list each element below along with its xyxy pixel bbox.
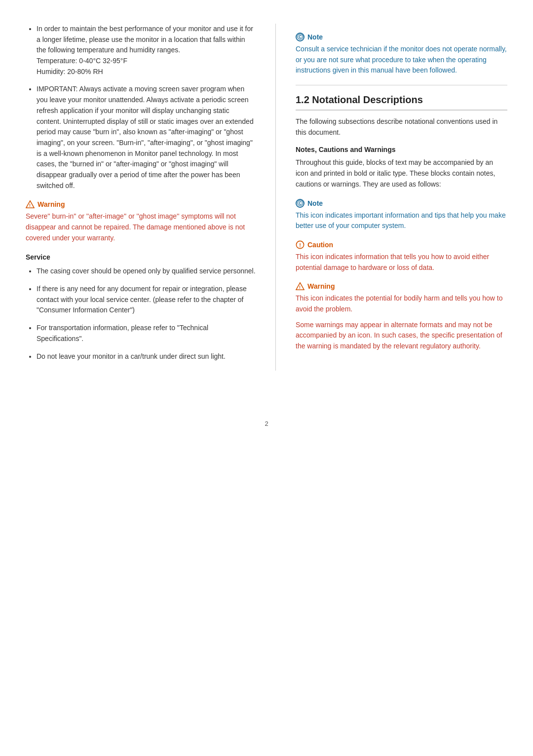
right-note-header-2: Ⓒ Note — [296, 199, 507, 208]
right-column: Ⓒ Note Consult a service technician if t… — [275, 24, 507, 371]
service-bullet-list: The casing cover should be opened only b… — [26, 266, 256, 362]
section-divider — [296, 85, 507, 85]
section-title: 1.2 Notational Descriptions — [296, 94, 507, 111]
service-bullet-3: For transportation information, please r… — [37, 323, 256, 344]
page-number: 2 — [0, 420, 533, 427]
intro-bullet-list: In order to maintain the best performanc… — [26, 24, 256, 191]
bullet-item-1: In order to maintain the best performanc… — [37, 24, 256, 77]
service-bullet-1: The casing cover should be opened only b… — [37, 266, 256, 277]
right-note-label-2: Note — [307, 199, 323, 207]
subsection-intro: Throughout this guide, blocks of text ma… — [296, 157, 507, 189]
right-warning-text-1: This icon indicates the potential for bo… — [296, 293, 507, 314]
note-icon-1: Ⓒ — [296, 33, 305, 41]
subsection-title: Notes, Cautions and Warnings — [296, 146, 507, 153]
right-warning-text-2: Some warnings may appear in alternate fo… — [296, 320, 507, 352]
right-note-label-1: Note — [307, 33, 323, 41]
service-bullet-2: If there is any need for any document fo… — [37, 284, 256, 316]
right-caution-header: ! Caution — [296, 240, 507, 249]
warning-icon-right: ! — [296, 282, 305, 291]
right-note-header-1: Ⓒ Note — [296, 33, 507, 41]
service-heading: Service — [26, 253, 256, 261]
left-warning-label: Warning — [38, 200, 65, 208]
right-note-block-1: Ⓒ Note Consult a service technician if t… — [296, 33, 507, 76]
left-warning-header: ! Warning — [26, 200, 256, 209]
right-caution-block: ! Caution This icon indicates informatio… — [296, 240, 507, 273]
right-note-text-2: This icon indicates important informatio… — [296, 210, 507, 231]
svg-text:!: ! — [29, 203, 31, 208]
right-caution-text: This icon indicates information that tel… — [296, 252, 507, 273]
bullet-item-2: IMPORTANT: Always activate a moving scre… — [37, 84, 256, 191]
right-warning-block: ! Warning This icon indicates the potent… — [296, 282, 507, 351]
svg-text:!: ! — [299, 242, 301, 248]
section-intro: The following subsections describe notat… — [296, 116, 507, 138]
left-warning-block: ! Warning Severe'' burn-in'' or ''after-… — [26, 200, 256, 243]
right-warning-label: Warning — [307, 282, 335, 290]
caution-icon: ! — [296, 240, 305, 249]
warning-icon-left: ! — [26, 200, 35, 209]
note-icon-2: Ⓒ — [296, 199, 305, 208]
svg-text:!: ! — [299, 285, 301, 290]
right-caution-label: Caution — [307, 241, 333, 249]
right-note-block-2: Ⓒ Note This icon indicates important inf… — [296, 199, 507, 231]
service-bullet-4: Do not leave your monitor in a car/trunk… — [37, 351, 256, 362]
left-column: In order to maintain the best performanc… — [26, 24, 256, 371]
right-warning-header: ! Warning — [296, 282, 507, 291]
right-note-text-1: Consult a service technician if the moni… — [296, 44, 507, 76]
left-warning-text: Severe'' burn-in'' or ''after-image'' or… — [26, 211, 256, 243]
